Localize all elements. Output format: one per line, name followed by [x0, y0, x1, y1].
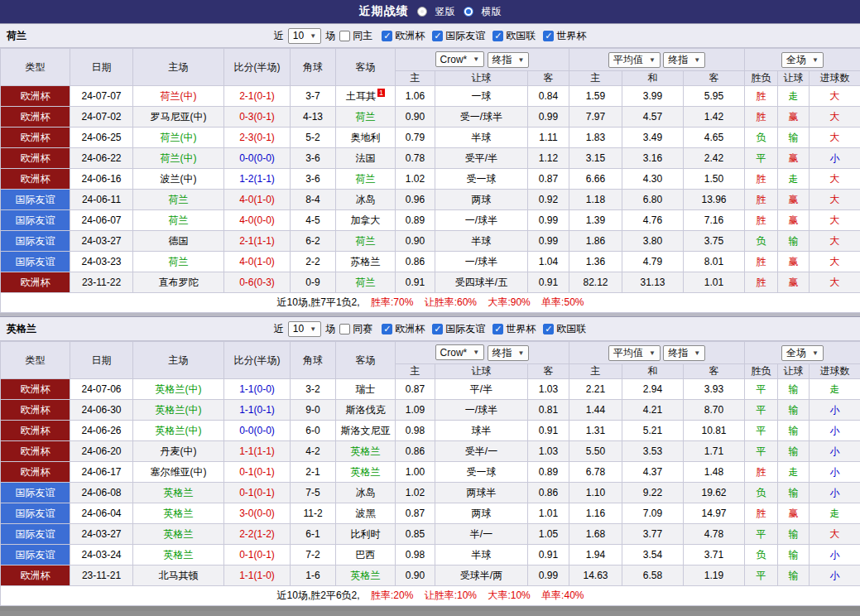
- away-team-link[interactable]: 波黑: [336, 503, 396, 524]
- average-time-select[interactable]: 终指▼: [663, 52, 705, 68]
- league-checkbox[interactable]: [543, 324, 554, 334]
- away-team-link[interactable]: 荷兰: [336, 169, 396, 190]
- result-handicap-cell: 输: [778, 379, 810, 400]
- handicap-home-odds-cell: 0.86: [396, 441, 435, 462]
- league-checkbox[interactable]: [432, 31, 443, 41]
- away-team-link[interactable]: 奥地利: [336, 128, 396, 148]
- away-team-link[interactable]: 荷兰: [336, 231, 396, 252]
- vertical-layout-label: 竖版: [435, 5, 455, 19]
- away-team-link[interactable]: 瑞士: [336, 379, 396, 400]
- home-team-link[interactable]: 罗马尼亚(中): [133, 107, 224, 128]
- score-cell: 4-0(1-0): [224, 190, 291, 210]
- horizontal-layout-radio[interactable]: [464, 7, 473, 17]
- home-team-link[interactable]: 英格兰(中): [133, 400, 224, 421]
- corners-cell: 4-13: [291, 107, 336, 128]
- home-team-link[interactable]: 英格兰(中): [133, 379, 224, 400]
- result-handicap-cell: 赢: [778, 252, 810, 272]
- away-team-link[interactable]: 荷兰: [336, 272, 396, 293]
- corners-cell: 11-2: [291, 503, 336, 524]
- handicap-home-odds-cell: 0.78: [396, 148, 435, 169]
- away-team-link[interactable]: 英格兰: [336, 565, 396, 586]
- away-team-link[interactable]: 冰岛: [336, 190, 396, 210]
- home-team-link[interactable]: 波兰(中): [133, 169, 224, 190]
- match-row: 国际友谊24-06-07荷兰4-0(0-0)4-5加拿大0.89一/球半0.99…: [1, 210, 860, 231]
- home-team-link[interactable]: 英格兰: [133, 524, 224, 545]
- league-checkbox[interactable]: [543, 31, 554, 41]
- league-checkbox[interactable]: [382, 324, 392, 334]
- result-goals-cell: 大: [810, 86, 860, 107]
- home-team-link[interactable]: 荷兰: [133, 210, 224, 231]
- same-competition-label: 同赛: [353, 322, 372, 336]
- home-team-link[interactable]: 英格兰: [133, 503, 224, 524]
- home-team-link[interactable]: 荷兰(中): [133, 128, 224, 148]
- home-team-link[interactable]: 直布罗陀: [133, 272, 224, 293]
- league-checkbox[interactable]: [432, 324, 443, 334]
- home-team-link[interactable]: 荷兰(中): [133, 86, 224, 107]
- page-bottom-strip: [0, 606, 860, 611]
- home-team-link[interactable]: 北马其顿: [133, 565, 224, 586]
- score-cell: 1-1(1-0): [224, 565, 291, 586]
- handicap-home-odds-cell: 0.96: [396, 190, 435, 210]
- away-team-link[interactable]: 斯洛伐克: [336, 400, 396, 421]
- away-team-link[interactable]: 比利时: [336, 524, 396, 545]
- away-team-link[interactable]: 荷兰: [336, 107, 396, 128]
- average-time-select[interactable]: 终指▼: [663, 345, 705, 361]
- home-team-link[interactable]: 英格兰: [133, 483, 224, 503]
- league-checkbox[interactable]: [382, 31, 392, 41]
- handicap-line-cell: 一/球半: [435, 252, 528, 272]
- home-team-link[interactable]: 荷兰(中): [133, 148, 224, 169]
- near-label: 近: [274, 322, 284, 336]
- subcol-header: 让球: [435, 364, 528, 379]
- average-select[interactable]: 平均值▼: [608, 345, 661, 361]
- away-team-link[interactable]: 土耳其1: [336, 86, 396, 107]
- league-checkbox[interactable]: [492, 324, 503, 334]
- matches-table: 类型 日期 主场 比分(半场) 角球 客场 Crow*▼ 终指▼ 平均值▼ 终指…: [0, 341, 860, 606]
- home-team-link[interactable]: 德国: [133, 231, 224, 252]
- home-team-link[interactable]: 荷兰: [133, 252, 224, 272]
- handicap-away-odds-cell: 0.89: [528, 462, 569, 483]
- match-count-select[interactable]: 10▼: [288, 321, 321, 337]
- bookmaker-select[interactable]: Crow*▼: [435, 344, 485, 360]
- away-team-link[interactable]: 斯洛文尼亚: [336, 421, 396, 441]
- same-competition-checkbox[interactable]: [339, 324, 350, 334]
- result-wdl-cell: 胜: [745, 252, 778, 272]
- average-select[interactable]: 平均值▼: [608, 52, 661, 68]
- handicap-line-cell: 受平/半: [435, 148, 528, 169]
- bookmaker-select[interactable]: Crow*▼: [435, 51, 485, 67]
- scope-select[interactable]: 全场▼: [781, 52, 824, 68]
- handicap-home-odds-cell: 0.90: [396, 565, 435, 586]
- match-count-select[interactable]: 10▼: [288, 28, 321, 44]
- away-team-link[interactable]: 苏格兰: [336, 252, 396, 272]
- avg-draw-odds-cell: 3.53: [622, 441, 684, 462]
- away-team-link[interactable]: 冰岛: [336, 483, 396, 503]
- odds-time-select[interactable]: 终指▼: [488, 345, 530, 361]
- date-cell: 24-03-27: [70, 524, 133, 545]
- avg-away-odds-cell: 3.75: [684, 231, 745, 252]
- away-team-link[interactable]: 巴西: [336, 545, 396, 565]
- result-group: 全场▼: [745, 342, 860, 364]
- handicap-line-cell: 半球: [435, 231, 528, 252]
- home-team-link[interactable]: 英格兰: [133, 545, 224, 565]
- subcol-header: 进球数: [810, 364, 860, 379]
- scope-select[interactable]: 全场▼: [781, 345, 824, 361]
- avg-away-odds-cell: 8.70: [684, 400, 745, 421]
- result-handicap-cell: 输: [778, 421, 810, 441]
- same-home-checkbox[interactable]: [339, 31, 350, 41]
- away-team-link[interactable]: 法国: [336, 148, 396, 169]
- away-team-link[interactable]: 英格兰: [336, 441, 396, 462]
- odds-time-select[interactable]: 终指▼: [488, 52, 530, 68]
- vertical-layout-radio[interactable]: [417, 7, 427, 17]
- home-team-link[interactable]: 丹麦(中): [133, 441, 224, 462]
- home-team-link[interactable]: 英格兰(中): [133, 421, 224, 441]
- home-team-link[interactable]: 塞尔维亚(中): [133, 462, 224, 483]
- away-team-link[interactable]: 英格兰: [336, 462, 396, 483]
- league-checkbox[interactable]: [492, 31, 503, 41]
- subcol-header: 让球: [778, 71, 810, 86]
- home-team-link[interactable]: 荷兰: [133, 190, 224, 210]
- avg-home-odds-cell: 1.86: [569, 231, 622, 252]
- away-team-link[interactable]: 加拿大: [336, 210, 396, 231]
- filter-bar: 近 10▼ 场 同主 欧洲杯国际友谊欧国联世界杯: [0, 28, 860, 44]
- result-handicap-cell: 赢: [778, 503, 810, 524]
- near-label: 近: [274, 29, 284, 43]
- date-cell: 24-07-07: [70, 86, 133, 107]
